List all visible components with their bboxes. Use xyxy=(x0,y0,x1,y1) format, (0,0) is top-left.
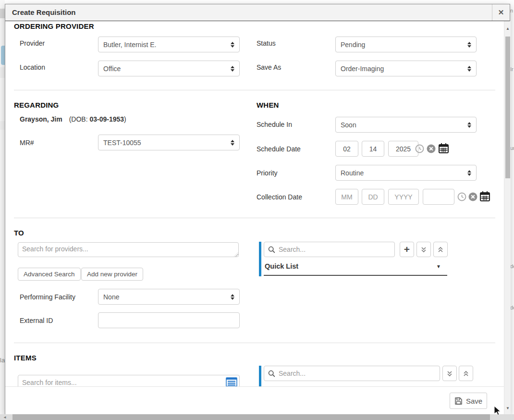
background-text-fragment: ur xyxy=(510,145,514,151)
double-chevron-up-icon xyxy=(437,247,444,253)
collection-day-input[interactable] xyxy=(362,189,384,205)
schedule-in-select-value: Soon xyxy=(341,121,356,129)
external-id-input[interactable] xyxy=(98,312,240,328)
calendar-icon[interactable] xyxy=(438,143,449,154)
background-text-fragment: n xyxy=(510,8,513,13)
background-fragment xyxy=(1,46,5,65)
clock-icon[interactable] xyxy=(415,144,424,153)
background-text-fragment: de xyxy=(510,263,514,269)
mr-select[interactable]: TEST-10055 xyxy=(98,135,240,150)
select-arrows-icon xyxy=(467,170,471,176)
collection-year-input[interactable] xyxy=(388,189,419,205)
background-page-left-strip: la xyxy=(0,0,5,414)
background-fragment xyxy=(0,9,5,18)
section-divider xyxy=(14,90,495,90)
clear-date-icon[interactable] xyxy=(468,192,477,201)
create-requisition-dialog: Create Requisition ✕ ORDERING PROVIDER P… xyxy=(5,4,510,414)
panel-accent-bar xyxy=(259,242,261,276)
caret-down-icon[interactable]: ▼ xyxy=(436,264,441,269)
search-icon xyxy=(268,246,275,253)
performing-facility-select-value: None xyxy=(103,293,119,301)
expand-all-button[interactable] xyxy=(442,366,457,381)
scroll-left-arrow[interactable]: ◄ xyxy=(1,414,9,420)
collapse-all-button[interactable] xyxy=(459,366,473,381)
vertical-scrollbar-thumb[interactable] xyxy=(505,37,510,178)
select-arrows-icon xyxy=(231,42,234,48)
quick-list-header[interactable]: Quick List xyxy=(265,262,298,270)
status-label: Status xyxy=(257,39,276,47)
to-panel-search-input[interactable] xyxy=(279,246,391,253)
external-id-label: External ID xyxy=(20,317,53,324)
section-heading-ordering-provider: ORDERING PROVIDER xyxy=(14,22,94,30)
add-to-list-button[interactable]: + xyxy=(400,242,414,257)
location-select[interactable]: Office xyxy=(98,61,240,76)
select-arrows-icon xyxy=(231,66,234,72)
status-select[interactable]: Pending xyxy=(335,37,477,52)
to-panel-search[interactable] xyxy=(264,242,395,257)
save-as-select[interactable]: Order-Imaging xyxy=(335,61,477,76)
schedule-year-input[interactable] xyxy=(388,141,418,157)
expand-all-button[interactable] xyxy=(416,242,431,257)
advanced-search-button[interactable]: Advanced Search xyxy=(18,268,81,281)
search-icon xyxy=(268,370,275,377)
priority-select[interactable]: Routine xyxy=(335,165,477,181)
location-select-value: Office xyxy=(103,65,121,73)
items-panel-search-input[interactable] xyxy=(279,370,436,377)
items-panel-search[interactable] xyxy=(264,366,440,381)
horizontal-scrollbar-thumb[interactable] xyxy=(12,414,490,420)
performing-facility-select[interactable]: None xyxy=(98,289,240,305)
clear-date-icon[interactable] xyxy=(427,144,436,153)
calendar-icon[interactable] xyxy=(479,191,490,202)
section-heading-to: TO xyxy=(14,229,24,237)
vertical-scrollbar[interactable]: ▲ ▼ xyxy=(504,21,511,415)
provider-select[interactable]: Butler, Internist E. xyxy=(98,37,240,52)
select-arrows-icon xyxy=(467,66,471,72)
item-table-icon[interactable] xyxy=(225,377,238,386)
dialog-header: Create Requisition ✕ xyxy=(5,4,510,21)
performing-facility-label: Performing Facility xyxy=(20,293,75,301)
background-text-fragment: la xyxy=(0,357,5,364)
patient-dob: (DOB: 03-09-1953) xyxy=(69,115,126,123)
scroll-up-arrow[interactable]: ▲ xyxy=(504,25,511,32)
double-chevron-down-icon xyxy=(446,371,453,377)
collection-time-input[interactable] xyxy=(423,189,454,205)
plus-icon: + xyxy=(404,244,410,254)
background-text-fragment: de xyxy=(510,305,514,310)
section-heading-regarding: REGARDING xyxy=(14,101,59,109)
provider-search-textarea[interactable] xyxy=(18,242,239,257)
priority-label: Priority xyxy=(257,169,278,177)
provider-select-value: Butler, Internist E. xyxy=(103,41,157,49)
schedule-month-input[interactable] xyxy=(335,141,358,157)
item-search-input[interactable] xyxy=(18,375,240,386)
schedule-day-input[interactable] xyxy=(362,141,384,157)
mr-select-value: TEST-10055 xyxy=(103,139,141,147)
save-button-label: Save xyxy=(466,397,482,405)
priority-select-value: Routine xyxy=(341,169,364,177)
background-fragment xyxy=(0,67,5,78)
quick-list-underline xyxy=(264,275,447,276)
patient-summary: Grayson, Jim (DOB: 03-09-1953) xyxy=(20,115,126,123)
collection-month-input[interactable] xyxy=(335,189,358,205)
collapse-all-button[interactable] xyxy=(433,242,448,257)
provider-label: Provider xyxy=(20,39,45,47)
select-arrows-icon xyxy=(467,122,471,128)
background-fragment xyxy=(0,121,5,130)
save-disk-icon xyxy=(454,397,463,405)
collection-date-label: Collection Date xyxy=(257,193,302,201)
horizontal-scrollbar[interactable]: ◄ xyxy=(0,414,514,420)
save-button[interactable]: Save xyxy=(450,393,487,409)
scroll-down-arrow[interactable]: ▼ xyxy=(504,405,511,411)
status-select-value: Pending xyxy=(341,41,365,49)
select-arrows-icon xyxy=(231,140,234,146)
close-button[interactable]: ✕ xyxy=(492,4,510,21)
schedule-in-select[interactable]: Soon xyxy=(335,117,477,133)
section-divider xyxy=(14,343,495,343)
background-page-right-strip: n Ir ur de de xyxy=(510,0,514,414)
double-chevron-down-icon xyxy=(420,247,427,253)
dialog-title: Create Requisition xyxy=(12,4,76,21)
add-new-provider-button[interactable]: Add new provider xyxy=(81,268,143,281)
clock-icon[interactable] xyxy=(457,192,466,201)
dialog-body: ORDERING PROVIDER Provider Butler, Inter… xyxy=(5,21,504,386)
save-as-label: Save As xyxy=(257,63,281,71)
schedule-in-label: Schedule In xyxy=(257,121,292,128)
